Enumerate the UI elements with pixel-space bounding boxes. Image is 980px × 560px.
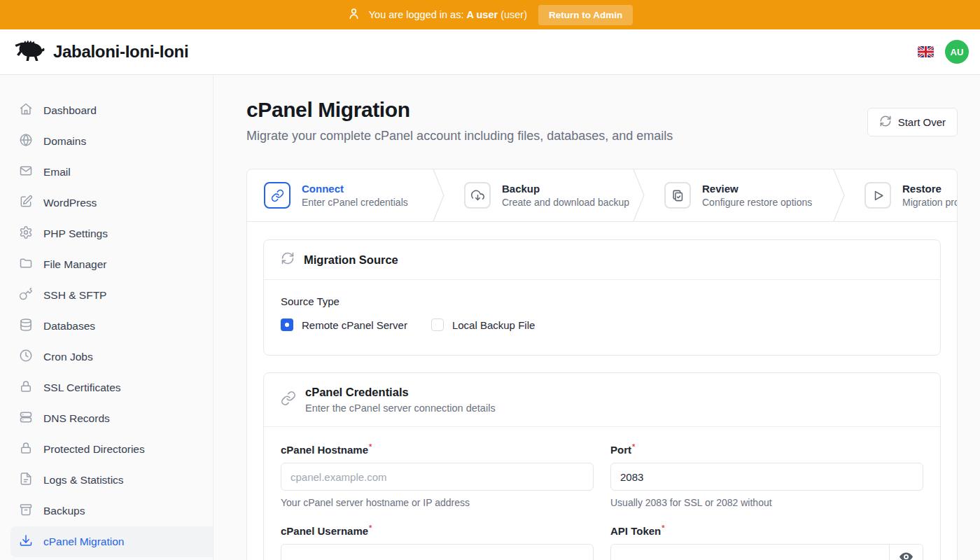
lock-icon: [19, 441, 33, 458]
step-backup[interactable]: Backup Create and download backup: [447, 182, 632, 209]
required-asterisk: *: [662, 524, 664, 532]
sidebar-item-protected-directories[interactable]: Protected Directories: [10, 434, 213, 465]
logged-in-username: A user: [467, 9, 498, 20]
required-asterisk: *: [369, 524, 372, 532]
radio-local-backup-file[interactable]: Local Backup File: [431, 318, 535, 331]
download-icon: [19, 533, 33, 550]
sidebar-item-backups[interactable]: Backups: [10, 496, 213, 526]
hostname-helper: Your cPanel server hostname or IP addres…: [281, 497, 594, 508]
radio-unselected-icon[interactable]: [431, 318, 444, 331]
step-separator: [632, 169, 648, 221]
credentials-subtitle: Enter the cPanel server connection detai…: [305, 402, 496, 414]
language-flag-icon[interactable]: [918, 46, 934, 57]
sidebar-item-cron-jobs[interactable]: Cron Jobs: [10, 342, 213, 372]
file-text-icon: [19, 472, 33, 489]
sidebar-item-wordpress[interactable]: WordPress: [10, 188, 213, 218]
required-asterisk: *: [369, 442, 372, 451]
page-subtitle: Migrate your complete cPanel account inc…: [246, 129, 673, 144]
api-token-field: API Token*: [610, 524, 923, 560]
sidebar-item-dashboard[interactable]: Dashboard: [10, 95, 213, 126]
user-icon: [347, 7, 360, 22]
gear-icon: [19, 225, 33, 242]
sidebar-item-logs-statistics[interactable]: Logs & Statistics: [10, 465, 213, 496]
migration-source-card: Migration Source Source Type Remote cPan…: [263, 239, 941, 356]
user-avatar[interactable]: AU: [945, 40, 969, 64]
eye-icon: [899, 550, 913, 560]
start-over-button[interactable]: Start Over: [867, 108, 958, 136]
brand[interactable]: Jabaloni-Ioni-Ioni: [11, 38, 188, 66]
refresh-icon: [879, 115, 892, 130]
step-separator: [432, 169, 447, 221]
page-title: cPanel Migration: [246, 98, 673, 122]
clipboard-check-icon: [664, 182, 691, 209]
sidebar-item-databases[interactable]: Databases: [10, 311, 213, 342]
sidebar-item-ssh-sftp[interactable]: SSH & SFTP: [10, 280, 213, 311]
sidebar-item-domains[interactable]: Domains: [10, 126, 213, 157]
step-review[interactable]: Review Configure restore options: [648, 182, 832, 209]
link-icon: [281, 391, 296, 409]
mail-icon: [19, 164, 33, 181]
migration-stepper: Connect Enter cPanel credentials Backup …: [247, 169, 957, 222]
radio-remote-cpanel-server[interactable]: Remote cPanel Server: [281, 318, 407, 331]
sidebar-item-ssl-certificates[interactable]: SSL Certificates: [10, 372, 213, 403]
play-icon: [864, 182, 891, 209]
refresh-icon: [281, 251, 295, 268]
brand-title: Jabaloni-Ioni-Ioni: [53, 42, 188, 62]
required-asterisk: *: [632, 442, 635, 451]
username-field: cPanel Username*: [281, 524, 594, 560]
sidebar-item-php-settings[interactable]: PHP Settings: [10, 218, 213, 249]
migration-source-title: Migration Source: [304, 253, 398, 267]
port-input[interactable]: [610, 463, 923, 491]
lock-icon: [19, 379, 33, 396]
home-icon: [19, 102, 33, 119]
clock-icon: [19, 349, 33, 365]
hostname-input[interactable]: [281, 463, 594, 491]
server-icon: [19, 410, 33, 427]
step-restore[interactable]: Restore Migration progress: [848, 182, 957, 209]
sidebar-item-email[interactable]: Email: [10, 157, 213, 188]
source-type-label: Source Type: [281, 295, 923, 307]
sidebar-item-file-manager[interactable]: File Manager: [10, 249, 213, 280]
logged-in-as: You are logged in as: A user (user): [347, 7, 527, 22]
cloud-download-icon: [464, 182, 491, 209]
sidebar: Dashboard Domains Email WordPress PHP Se…: [0, 75, 214, 560]
toggle-token-visibility-button[interactable]: [889, 545, 923, 560]
folder-icon: [19, 256, 33, 273]
step-connect[interactable]: Connect Enter cPanel credentials: [247, 182, 432, 209]
sidebar-item-cpanel-migration[interactable]: cPanel Migration: [10, 526, 213, 557]
cpanel-credentials-card: cPanel Credentials Enter the cPanel serv…: [263, 372, 941, 560]
archive-icon: [19, 503, 33, 519]
migration-card: Connect Enter cPanel credentials Backup …: [246, 169, 958, 560]
radio-selected-icon[interactable]: [281, 318, 293, 331]
credentials-title: cPanel Credentials: [305, 386, 496, 399]
username-input[interactable]: [281, 544, 594, 560]
hostname-field: cPanel Hostname* Your cPanel server host…: [281, 442, 594, 508]
admin-impersonation-bar: You are logged in as: A user (user) Retu…: [0, 0, 980, 29]
database-icon: [19, 318, 33, 335]
return-to-admin-button[interactable]: Return to Admin: [538, 5, 633, 25]
main-content: cPanel Migration Migrate your complete c…: [214, 75, 980, 560]
globe-icon: [19, 133, 33, 150]
step-separator: [832, 169, 848, 221]
port-helper: Usually 2083 for SSL or 2082 without: [610, 497, 923, 508]
boar-logo-icon: [11, 38, 46, 66]
key-icon: [19, 287, 33, 304]
logged-in-role: (user): [500, 9, 527, 20]
app-header: Jabaloni-Ioni-Ioni AU: [0, 29, 980, 75]
logged-in-prefix: You are logged in as:: [369, 9, 464, 20]
port-field: Port* Usually 2083 for SSL or 2082 witho…: [610, 442, 923, 508]
link-icon: [264, 182, 290, 209]
edit-icon: [19, 195, 33, 211]
api-token-input[interactable]: [611, 545, 889, 560]
sidebar-item-dns-records[interactable]: DNS Records: [10, 403, 213, 434]
